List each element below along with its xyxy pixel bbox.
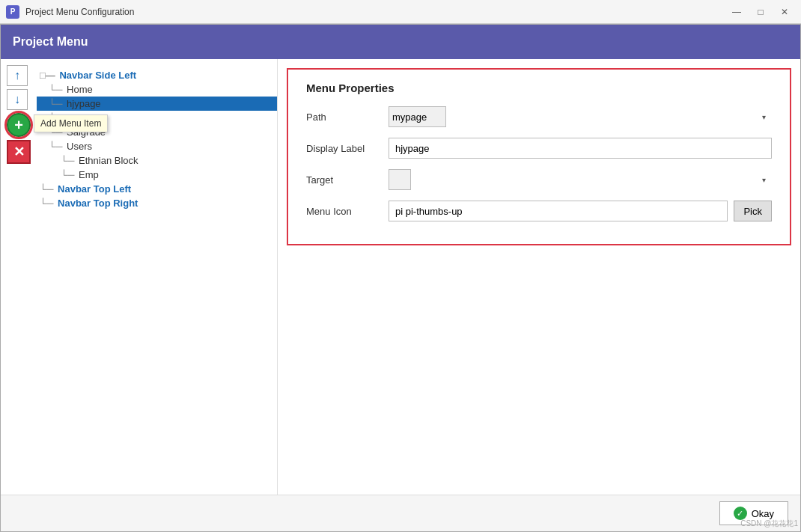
path-select-arrow-icon: ▾ <box>762 113 766 121</box>
tree-node-label: Users <box>67 141 92 152</box>
tree-branch-icon: └─ <box>49 141 62 152</box>
tree-branch-icon: └─ <box>61 169 74 180</box>
menu-icon-controls: Pick <box>389 201 772 221</box>
right-panel: Menu Properties Path mypage ▾ Display La… <box>278 59 800 495</box>
titlebar: P Project Menu Configuration — □ ✕ <box>0 0 801 24</box>
menu-icon-label: Menu Icon <box>306 206 389 217</box>
tree-branch-icon: └─ <box>40 183 53 195</box>
properties-box: Menu Properties Path mypage ▾ Display La… <box>287 68 791 245</box>
path-select[interactable]: mypage <box>389 106 446 127</box>
move-up-button[interactable]: ↑ <box>7 65 28 86</box>
display-label-row: Display Label <box>306 138 772 159</box>
add-menu-item-button[interactable]: + <box>7 113 31 137</box>
menu-icon-row: Menu Icon Pick <box>306 201 772 221</box>
remove-menu-item-button[interactable]: ✕ <box>7 140 31 164</box>
tree-node-navbar-side-left[interactable]: □— Navbar Side Left <box>37 68 277 82</box>
main-window: Project Menu ↑ ↓ + ✕ Add Menu Item □— Na… <box>0 24 801 532</box>
pick-icon-button[interactable]: Pick <box>734 201 772 221</box>
menu-tree: □— Navbar Side Left └─ Home └─ hjypage └… <box>37 65 277 210</box>
path-select-wrapper: mypage ▾ <box>389 106 772 127</box>
window-controls: — □ ✕ <box>726 4 795 20</box>
window-title: Project Menu Configuration <box>25 7 726 17</box>
tree-node-label: Home <box>67 84 93 95</box>
target-select-wrapper: ▾ <box>389 169 772 190</box>
path-label: Path <box>306 111 389 123</box>
tree-node-navbar-top-left[interactable]: └─ Navbar Top Left <box>37 182 277 196</box>
path-row: Path mypage ▾ <box>306 106 772 127</box>
tree-node-users[interactable]: └─ Users <box>37 139 277 153</box>
tree-node-navbar-top-right[interactable]: └─ Navbar Top Right <box>37 196 277 210</box>
tree-node-label: Navbar Side Left <box>59 70 136 81</box>
tree-branch-icon: └─ <box>49 98 62 109</box>
tree-node-label: Ethnian Block <box>79 155 138 166</box>
left-panel: ↑ ↓ + ✕ Add Menu Item □— Navbar Side Lef… <box>1 59 278 495</box>
tree-branch-icon: └─ <box>49 84 62 95</box>
tree-node-label: Emp <box>79 169 99 180</box>
menu-icon-input[interactable] <box>389 201 728 221</box>
tree-node-emp[interactable]: └─ Emp <box>37 168 277 182</box>
target-select-arrow-icon: ▾ <box>762 176 766 184</box>
okay-label: Okay <box>752 508 774 519</box>
target-row: Target ▾ <box>306 169 772 190</box>
display-label-label: Display Label <box>306 143 389 154</box>
bottom-bar: ✓ Okay <box>1 495 800 531</box>
target-label: Target <box>306 174 389 186</box>
content-area: ↑ ↓ + ✕ Add Menu Item □— Navbar Side Lef… <box>1 59 800 495</box>
move-down-button[interactable]: ↓ <box>7 89 28 110</box>
tree-expand-icon: □— <box>40 70 55 81</box>
header-title: Project Menu <box>13 35 88 48</box>
tree-branch-icon: └─ <box>40 198 53 209</box>
add-tooltip: Add Menu Item <box>34 114 108 132</box>
tree-node-label: Navbar Top Left <box>58 183 131 195</box>
tree-node-label: Navbar Top Right <box>58 198 138 209</box>
header-band: Project Menu <box>1 25 800 59</box>
tree-node-ethnian-block[interactable]: └─ Ethnian Block <box>37 153 277 168</box>
tree-node-home[interactable]: └─ Home <box>37 82 277 97</box>
tree-branch-icon: └─ <box>61 155 74 166</box>
maximize-button[interactable]: □ <box>750 4 771 20</box>
close-button[interactable]: ✕ <box>774 4 795 20</box>
tree-node-label: hjypage <box>67 98 101 109</box>
watermark: CSDN @花花花1 <box>740 519 798 529</box>
target-select[interactable] <box>389 169 411 190</box>
tree-node-hjypage[interactable]: └─ hjypage <box>37 97 277 111</box>
minimize-button[interactable]: — <box>726 4 747 20</box>
display-label-input[interactable] <box>389 138 772 159</box>
tree-controls: ↑ ↓ + ✕ <box>7 65 31 164</box>
properties-title: Menu Properties <box>306 82 772 94</box>
app-icon: P <box>6 5 19 19</box>
